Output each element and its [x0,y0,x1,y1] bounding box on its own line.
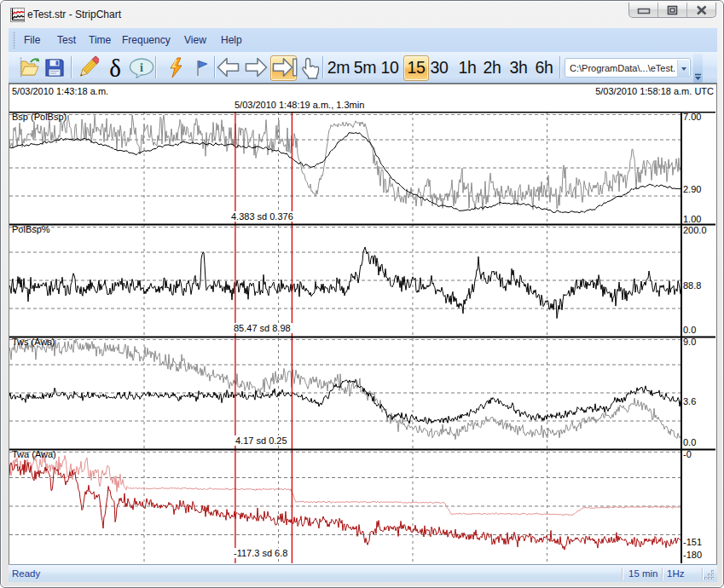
svg-text:δ: δ [109,56,121,80]
svg-text:i: i [140,61,143,74]
